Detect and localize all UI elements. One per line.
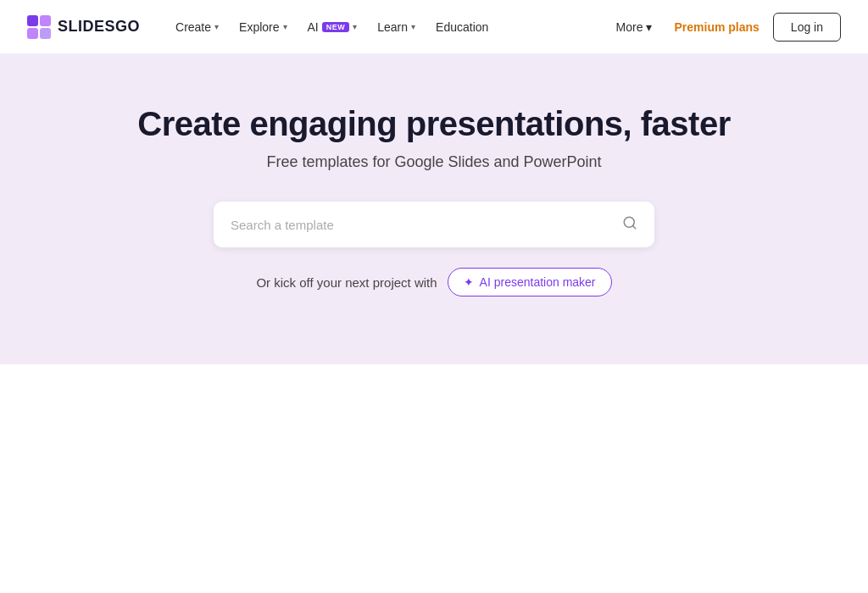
nav-left: SLIDESGO Create ▾ Explore ▾ AI NEW ▾ Lea… [27, 14, 497, 41]
nav-item-learn[interactable]: Learn ▾ [369, 14, 424, 41]
nav-right: More ▾ Premium plans Log in [608, 13, 841, 42]
explore-chevron-icon: ▾ [283, 22, 287, 31]
hero-title: Create engaging presentations, faster [137, 105, 730, 143]
logo[interactable]: SLIDESGO [27, 15, 140, 39]
nav-item-explore[interactable]: Explore ▾ [231, 14, 295, 41]
ai-star-icon: ✦ [464, 275, 474, 289]
login-button[interactable]: Log in [773, 13, 841, 42]
svg-rect-1 [40, 15, 51, 26]
create-label: Create [175, 20, 211, 34]
kickoff-row: Or kick off your next project with ✦ AI … [256, 268, 611, 296]
logo-text: SLIDESGO [58, 18, 140, 36]
create-chevron-icon: ▾ [214, 22, 219, 31]
svg-rect-2 [27, 28, 38, 39]
search-bar [214, 202, 654, 247]
ai-presentation-maker-button[interactable]: ✦ AI presentation maker [448, 268, 612, 296]
search-input[interactable] [231, 218, 622, 232]
navbar: SLIDESGO Create ▾ Explore ▾ AI NEW ▾ Lea… [0, 0, 868, 54]
nav-item-create[interactable]: Create ▾ [167, 14, 227, 41]
ai-new-badge: NEW [322, 22, 350, 32]
more-button[interactable]: More ▾ [608, 14, 661, 41]
education-label: Education [436, 20, 488, 34]
below-fold-area [0, 364, 868, 593]
learn-chevron-icon: ▾ [411, 22, 415, 31]
ai-label: AI [308, 20, 319, 34]
learn-label: Learn [377, 20, 408, 34]
search-icon [622, 215, 637, 235]
svg-rect-0 [27, 15, 38, 26]
svg-rect-3 [40, 28, 51, 39]
ai-btn-label: AI presentation maker [480, 275, 596, 289]
nav-item-ai[interactable]: AI NEW ▾ [299, 14, 366, 41]
kickoff-text: Or kick off your next project with [256, 275, 437, 290]
more-chevron-icon: ▾ [646, 20, 652, 34]
logo-icon [27, 15, 51, 39]
ai-chevron-icon: ▾ [353, 22, 357, 31]
more-label: More [616, 20, 643, 34]
hero-subtitle: Free templates for Google Slides and Pow… [266, 153, 601, 171]
nav-item-education[interactable]: Education [427, 14, 497, 41]
hero-section: Create engaging presentations, faster Fr… [0, 54, 868, 364]
explore-label: Explore [239, 20, 279, 34]
premium-plans-link[interactable]: Premium plans [674, 20, 759, 34]
svg-line-5 [632, 225, 635, 228]
nav-links: Create ▾ Explore ▾ AI NEW ▾ Learn ▾ Educ… [167, 14, 497, 41]
